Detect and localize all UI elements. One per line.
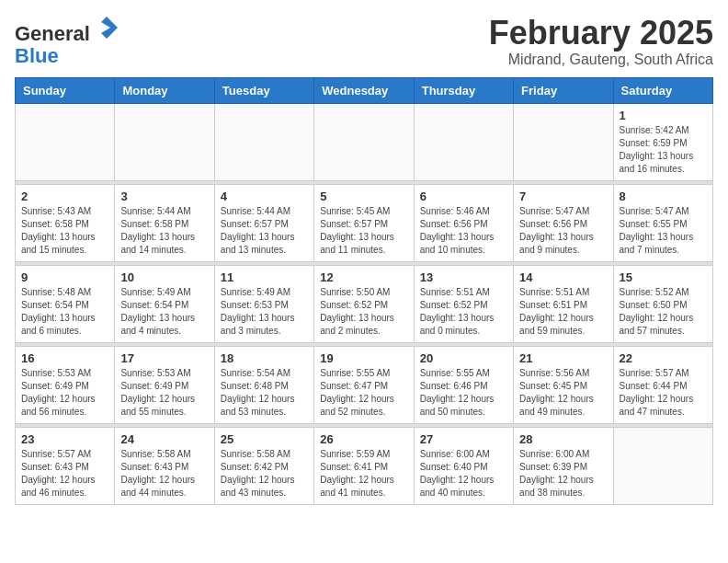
calendar-day-cell: 10Sunrise: 5:49 AMSunset: 6:54 PMDayligh… bbox=[115, 265, 214, 342]
calendar-day-cell: 4Sunrise: 5:44 AMSunset: 6:57 PMDaylight… bbox=[214, 184, 313, 261]
calendar-day-cell: 22Sunrise: 5:57 AMSunset: 6:44 PMDayligh… bbox=[613, 346, 712, 423]
day-number: 20 bbox=[420, 351, 507, 365]
calendar-day-cell: 12Sunrise: 5:50 AMSunset: 6:52 PMDayligh… bbox=[314, 265, 414, 342]
day-number: 1 bbox=[620, 109, 707, 122]
day-info: Sunrise: 5:47 AMSunset: 6:55 PMDaylight:… bbox=[620, 205, 707, 257]
day-number: 7 bbox=[519, 190, 607, 203]
calendar-day-cell bbox=[214, 103, 313, 180]
calendar-day-cell: 7Sunrise: 5:47 AMSunset: 6:56 PMDaylight… bbox=[514, 184, 613, 261]
day-number: 8 bbox=[620, 190, 707, 203]
calendar-day-cell: 8Sunrise: 5:47 AMSunset: 6:55 PMDaylight… bbox=[613, 184, 712, 261]
day-number: 6 bbox=[420, 190, 507, 203]
calendar-week-row: 23Sunrise: 5:57 AMSunset: 6:43 PMDayligh… bbox=[16, 427, 713, 504]
calendar-day-cell: 26Sunrise: 5:59 AMSunset: 6:41 PMDayligh… bbox=[314, 427, 414, 504]
weekday-header-wednesday: Wednesday bbox=[314, 77, 414, 103]
day-info: Sunrise: 5:50 AMSunset: 6:52 PMDaylight:… bbox=[320, 286, 407, 338]
calendar-day-cell bbox=[414, 103, 513, 180]
calendar-day-cell bbox=[514, 103, 613, 180]
day-number: 27 bbox=[420, 432, 507, 446]
day-info: Sunrise: 5:53 AMSunset: 6:49 PMDaylight:… bbox=[21, 367, 108, 419]
day-number: 13 bbox=[420, 270, 507, 284]
day-info: Sunrise: 5:59 AMSunset: 6:41 PMDaylight:… bbox=[320, 448, 407, 500]
day-number: 12 bbox=[320, 270, 407, 284]
day-number: 3 bbox=[120, 190, 208, 203]
day-info: Sunrise: 5:53 AMSunset: 6:49 PMDaylight:… bbox=[120, 367, 208, 419]
calendar-day-cell bbox=[115, 103, 214, 180]
calendar-day-cell: 28Sunrise: 6:00 AMSunset: 6:39 PMDayligh… bbox=[514, 427, 613, 504]
page-header: General Blue February 2025 Midrand, Gaut… bbox=[15, 15, 713, 68]
weekday-header-row: SundayMondayTuesdayWednesdayThursdayFrid… bbox=[16, 77, 713, 103]
day-number: 18 bbox=[221, 351, 308, 365]
day-info: Sunrise: 5:51 AMSunset: 6:52 PMDaylight:… bbox=[420, 286, 507, 338]
day-number: 24 bbox=[120, 432, 208, 446]
weekday-header-sunday: Sunday bbox=[16, 77, 115, 103]
day-number: 26 bbox=[320, 432, 407, 446]
calendar-day-cell: 24Sunrise: 5:58 AMSunset: 6:43 PMDayligh… bbox=[115, 427, 214, 504]
day-info: Sunrise: 5:55 AMSunset: 6:46 PMDaylight:… bbox=[420, 367, 507, 419]
month-title: February 2025 bbox=[489, 15, 713, 52]
day-info: Sunrise: 5:47 AMSunset: 6:56 PMDaylight:… bbox=[519, 205, 607, 257]
day-number: 10 bbox=[120, 270, 208, 284]
day-info: Sunrise: 5:44 AMSunset: 6:58 PMDaylight:… bbox=[120, 205, 208, 257]
calendar-day-cell: 2Sunrise: 5:43 AMSunset: 6:58 PMDaylight… bbox=[16, 184, 115, 261]
weekday-header-thursday: Thursday bbox=[414, 77, 513, 103]
calendar-week-row: 1Sunrise: 5:42 AMSunset: 6:59 PMDaylight… bbox=[16, 103, 713, 180]
calendar-day-cell: 16Sunrise: 5:53 AMSunset: 6:49 PMDayligh… bbox=[16, 346, 115, 423]
calendar-day-cell bbox=[613, 427, 712, 504]
day-info: Sunrise: 5:58 AMSunset: 6:42 PMDaylight:… bbox=[221, 448, 308, 500]
calendar-week-row: 16Sunrise: 5:53 AMSunset: 6:49 PMDayligh… bbox=[16, 346, 713, 423]
calendar-day-cell: 11Sunrise: 5:49 AMSunset: 6:53 PMDayligh… bbox=[214, 265, 313, 342]
day-number: 9 bbox=[21, 270, 108, 284]
day-number: 23 bbox=[21, 432, 108, 446]
day-info: Sunrise: 5:49 AMSunset: 6:54 PMDaylight:… bbox=[120, 286, 208, 338]
logo-icon bbox=[94, 15, 119, 40]
calendar-day-cell: 25Sunrise: 5:58 AMSunset: 6:42 PMDayligh… bbox=[214, 427, 313, 504]
day-number: 15 bbox=[620, 270, 707, 284]
calendar-day-cell bbox=[314, 103, 414, 180]
calendar-day-cell: 18Sunrise: 5:54 AMSunset: 6:48 PMDayligh… bbox=[214, 346, 313, 423]
day-info: Sunrise: 5:44 AMSunset: 6:57 PMDaylight:… bbox=[221, 205, 308, 257]
calendar-day-cell: 20Sunrise: 5:55 AMSunset: 6:46 PMDayligh… bbox=[414, 346, 513, 423]
day-number: 14 bbox=[519, 270, 607, 284]
day-number: 17 bbox=[120, 351, 208, 365]
calendar-day-cell: 23Sunrise: 5:57 AMSunset: 6:43 PMDayligh… bbox=[16, 427, 115, 504]
day-info: Sunrise: 5:45 AMSunset: 6:57 PMDaylight:… bbox=[320, 205, 407, 257]
calendar-day-cell: 6Sunrise: 5:46 AMSunset: 6:56 PMDaylight… bbox=[414, 184, 513, 261]
calendar-day-cell: 3Sunrise: 5:44 AMSunset: 6:58 PMDaylight… bbox=[115, 184, 214, 261]
day-number: 16 bbox=[21, 351, 108, 365]
day-number: 22 bbox=[620, 351, 707, 365]
weekday-header-friday: Friday bbox=[514, 77, 613, 103]
calendar-day-cell: 15Sunrise: 5:52 AMSunset: 6:50 PMDayligh… bbox=[613, 265, 712, 342]
day-number: 19 bbox=[320, 351, 407, 365]
day-info: Sunrise: 5:54 AMSunset: 6:48 PMDaylight:… bbox=[221, 367, 308, 419]
calendar-day-cell: 21Sunrise: 5:56 AMSunset: 6:45 PMDayligh… bbox=[514, 346, 613, 423]
day-number: 5 bbox=[320, 190, 407, 203]
day-number: 21 bbox=[519, 351, 607, 365]
day-number: 28 bbox=[519, 432, 607, 446]
calendar-day-cell: 1Sunrise: 5:42 AMSunset: 6:59 PMDaylight… bbox=[613, 103, 712, 180]
weekday-header-monday: Monday bbox=[115, 77, 214, 103]
day-info: Sunrise: 5:49 AMSunset: 6:53 PMDaylight:… bbox=[221, 286, 308, 338]
day-info: Sunrise: 6:00 AMSunset: 6:39 PMDaylight:… bbox=[519, 448, 607, 500]
day-info: Sunrise: 5:42 AMSunset: 6:59 PMDaylight:… bbox=[620, 124, 707, 176]
day-info: Sunrise: 5:46 AMSunset: 6:56 PMDaylight:… bbox=[420, 205, 507, 257]
logo-blue: Blue bbox=[15, 44, 59, 67]
day-info: Sunrise: 5:56 AMSunset: 6:45 PMDaylight:… bbox=[519, 367, 607, 419]
calendar-day-cell: 14Sunrise: 5:51 AMSunset: 6:51 PMDayligh… bbox=[514, 265, 613, 342]
location-title: Midrand, Gauteng, South Africa bbox=[489, 52, 713, 68]
calendar-day-cell: 9Sunrise: 5:48 AMSunset: 6:54 PMDaylight… bbox=[16, 265, 115, 342]
weekday-header-tuesday: Tuesday bbox=[214, 77, 313, 103]
calendar-day-cell: 17Sunrise: 5:53 AMSunset: 6:49 PMDayligh… bbox=[115, 346, 214, 423]
calendar-day-cell: 5Sunrise: 5:45 AMSunset: 6:57 PMDaylight… bbox=[314, 184, 414, 261]
logo-general: General bbox=[15, 22, 90, 45]
calendar-table: SundayMondayTuesdayWednesdayThursdayFrid… bbox=[15, 77, 713, 505]
day-number: 4 bbox=[221, 190, 308, 203]
svg-marker-0 bbox=[101, 17, 118, 39]
day-info: Sunrise: 5:51 AMSunset: 6:51 PMDaylight:… bbox=[519, 286, 607, 338]
calendar-day-cell: 27Sunrise: 6:00 AMSunset: 6:40 PMDayligh… bbox=[414, 427, 513, 504]
calendar-week-row: 2Sunrise: 5:43 AMSunset: 6:58 PMDaylight… bbox=[16, 184, 713, 261]
day-info: Sunrise: 5:55 AMSunset: 6:47 PMDaylight:… bbox=[320, 367, 407, 419]
day-info: Sunrise: 5:57 AMSunset: 6:44 PMDaylight:… bbox=[620, 367, 707, 419]
day-info: Sunrise: 5:57 AMSunset: 6:43 PMDaylight:… bbox=[21, 448, 108, 500]
day-info: Sunrise: 5:52 AMSunset: 6:50 PMDaylight:… bbox=[620, 286, 707, 338]
